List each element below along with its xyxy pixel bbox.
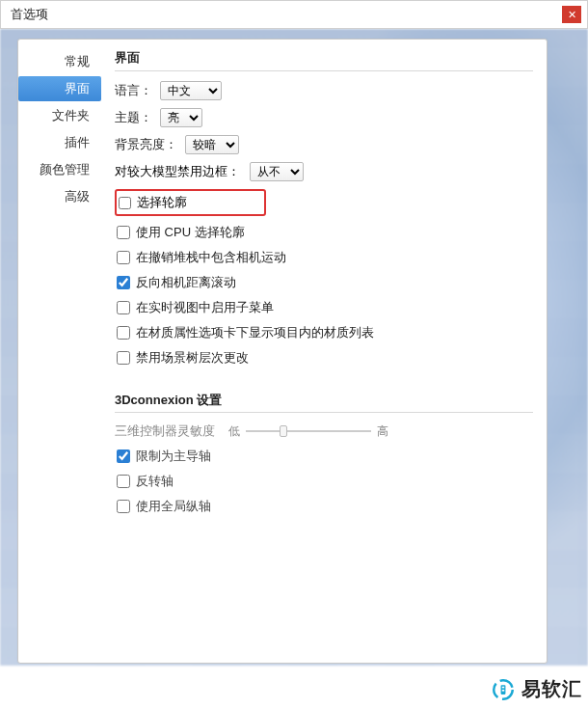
bg-brightness-row: 背景亮度： 较暗 <box>115 135 533 154</box>
checkbox-global-vertical[interactable] <box>117 500 130 513</box>
check-row-dominant-axis: 限制为主导轴 <box>115 448 533 465</box>
watermark: 易软汇 <box>491 676 582 702</box>
close-icon: ✕ <box>568 9 576 21</box>
large-model-label: 对较大模型禁用边框： <box>115 163 240 180</box>
sidebar-item-advanced[interactable]: 高级 <box>18 184 101 209</box>
check-row-cpu-selection: 使用 CPU 选择轮廓 <box>115 224 533 241</box>
sensitivity-high-label: 高 <box>377 423 388 440</box>
divider <box>115 70 533 71</box>
check-row-realtime-submenu: 在实时视图中启用子菜单 <box>115 299 533 316</box>
checkbox-material-list[interactable] <box>117 326 130 340</box>
large-model-row: 对较大模型禁用边框： 从不 <box>115 162 533 181</box>
divider-2 <box>115 412 533 413</box>
checkbox-label-selection-outline: 选择轮廓 <box>137 194 187 211</box>
bg-brightness-label: 背景亮度： <box>115 136 177 153</box>
checkbox-label-disable-hierarchy: 禁用场景树层次更改 <box>136 349 249 367</box>
watermark-text: 易软汇 <box>521 676 582 702</box>
checkbox-label-material-list: 在材质属性选项卡下显示项目内的材质列表 <box>136 324 374 341</box>
sensitivity-row: 三维控制器灵敏度 低 高 <box>115 422 533 440</box>
theme-label: 主题： <box>115 109 152 126</box>
checkbox-label-realtime-submenu: 在实时视图中启用子菜单 <box>136 299 274 316</box>
sidebar-item-folders[interactable]: 文件夹 <box>18 103 101 128</box>
main-panel: 界面 语言： 中文 主题： 亮 背景亮度： 较暗 对较大模型禁用边框： 从不 <box>101 40 547 663</box>
checkbox-reverse-axis[interactable] <box>117 475 130 488</box>
language-select[interactable]: 中文 <box>160 81 222 100</box>
check-row-reverse-scroll: 反向相机距离滚动 <box>115 274 533 291</box>
watermark-logo-icon <box>491 677 516 702</box>
sensitivity-low-label: 低 <box>228 423 240 440</box>
checkbox-label-undo-camera: 在撤销堆栈中包含相机运动 <box>136 249 286 266</box>
sidebar-item-plugins[interactable]: 插件 <box>18 130 101 155</box>
language-label: 语言： <box>115 82 152 99</box>
checkbox-selection-outline[interactable] <box>119 197 131 209</box>
checkbox-label-cpu-selection: 使用 CPU 选择轮廓 <box>136 224 245 241</box>
check-row-reverse-axis: 反转轴 <box>115 473 533 490</box>
slider-handle[interactable] <box>280 425 287 437</box>
checkbox-realtime-submenu[interactable] <box>117 301 130 314</box>
checkbox-reverse-scroll[interactable] <box>117 276 130 289</box>
large-model-select[interactable]: 从不 <box>250 162 304 181</box>
sidebar-item-color-management[interactable]: 颜色管理 <box>18 157 101 182</box>
theme-select[interactable]: 亮 <box>160 108 202 127</box>
sidebar-item-interface[interactable]: 界面 <box>18 76 101 101</box>
check-row-global-vertical: 使用全局纵轴 <box>115 498 533 515</box>
checkbox-label-dominant-axis: 限制为主导轴 <box>136 448 211 465</box>
theme-row: 主题： 亮 <box>115 108 533 127</box>
window-title: 首选项 <box>11 6 48 23</box>
checkbox-disable-hierarchy[interactable] <box>117 351 130 365</box>
sensitivity-slider[interactable] <box>246 430 371 432</box>
svg-rect-2 <box>502 686 504 688</box>
preferences-dialog: 常规 界面 文件夹 插件 颜色管理 高级 界面 语言： 中文 主题： 亮 背景亮… <box>17 39 548 664</box>
checkbox-undo-camera[interactable] <box>117 251 130 264</box>
checkbox-label-global-vertical: 使用全局纵轴 <box>136 498 211 515</box>
checkbox-label-reverse-scroll: 反向相机距离滚动 <box>136 274 236 291</box>
section-3dconnexion-title: 3Dconnexion 设置 <box>115 392 533 409</box>
svg-rect-3 <box>502 690 504 692</box>
checkbox-label-reverse-axis: 反转轴 <box>136 473 174 490</box>
check-row-material-list: 在材质属性选项卡下显示项目内的材质列表 <box>115 324 533 341</box>
check-row-undo-camera: 在撤销堆栈中包含相机运动 <box>115 249 533 266</box>
section-interface-title: 界面 <box>115 49 533 67</box>
checkbox-dominant-axis[interactable] <box>117 449 130 463</box>
language-row: 语言： 中文 <box>115 81 533 100</box>
sidebar-item-general[interactable]: 常规 <box>18 49 101 74</box>
check-row-disable-hierarchy: 禁用场景树层次更改 <box>115 349 533 367</box>
sensitivity-label: 三维控制器灵敏度 <box>115 422 215 440</box>
bg-brightness-select[interactable]: 较暗 <box>185 135 239 154</box>
close-button[interactable]: ✕ <box>562 6 581 23</box>
checkbox-cpu-selection[interactable] <box>117 226 130 239</box>
highlighted-checkbox-selection-outline: 选择轮廓 <box>115 189 266 216</box>
sidebar: 常规 界面 文件夹 插件 颜色管理 高级 <box>18 40 101 663</box>
window-titlebar: 首选项 ✕ <box>0 0 588 29</box>
